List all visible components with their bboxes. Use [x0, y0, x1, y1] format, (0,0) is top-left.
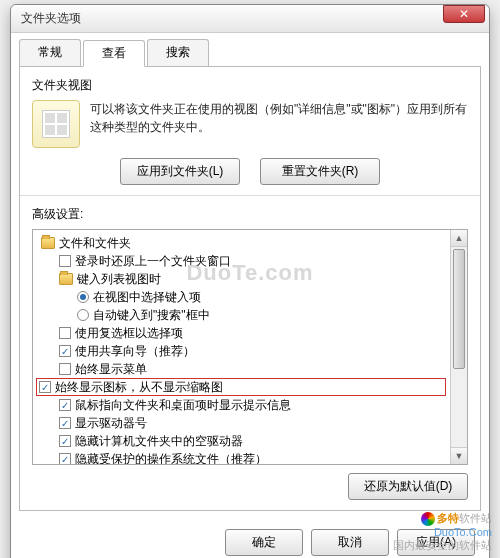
folder-view-label: 文件夹视图: [32, 77, 468, 94]
scroll-down-icon[interactable]: ▼: [451, 447, 467, 464]
tree-radio-select-in-view[interactable]: 在视图中选择键入项: [39, 288, 446, 306]
checkbox[interactable]: ✓: [59, 435, 71, 447]
scroll-track[interactable]: [451, 247, 467, 447]
checkbox[interactable]: [59, 255, 71, 267]
checkbox[interactable]: ✓: [59, 453, 71, 464]
reset-folders-button[interactable]: 重置文件夹(R): [260, 158, 380, 185]
dialog-buttons: 确定 取消 应用(A): [11, 519, 489, 558]
checkbox[interactable]: ✓: [59, 417, 71, 429]
ok-button[interactable]: 确定: [225, 529, 303, 556]
folder-icon: [41, 237, 55, 249]
checkbox[interactable]: ✓: [59, 399, 71, 411]
scroll-up-icon[interactable]: ▲: [451, 230, 467, 247]
tree-item-show-tooltips[interactable]: ✓鼠标指向文件夹和桌面项时显示提示信息: [39, 396, 446, 414]
restore-defaults-button[interactable]: 还原为默认值(D): [348, 473, 468, 500]
close-icon: ✕: [459, 7, 469, 21]
folder-view-description: 可以将该文件夹正在使用的视图（例如"详细信息"或"图标"）应用到所有这种类型的文…: [90, 100, 468, 136]
checkbox[interactable]: [59, 327, 71, 339]
apply-to-folders-button[interactable]: 应用到文件夹(L): [120, 158, 240, 185]
radio[interactable]: [77, 291, 89, 303]
tree-item-always-menus[interactable]: 始终显示菜单: [39, 360, 446, 378]
checkbox[interactable]: ✓: [59, 345, 71, 357]
tree-group-typing: 键入列表视图时: [39, 270, 446, 288]
tree-radio-type-to-search[interactable]: 自动键入到"搜索"框中: [39, 306, 446, 324]
close-button[interactable]: ✕: [443, 5, 485, 23]
tree-item-hide-empty-drives[interactable]: ✓隐藏计算机文件夹中的空驱动器: [39, 432, 446, 450]
apply-button[interactable]: 应用(A): [397, 529, 475, 556]
tree-item-checkboxes[interactable]: 使用复选框以选择项: [39, 324, 446, 342]
tree-item-hide-os-files[interactable]: ✓隐藏受保护的操作系统文件（推荐）: [39, 450, 446, 464]
scroll-thumb[interactable]: [453, 249, 465, 369]
tree-group-files-folders: 文件和文件夹: [39, 234, 446, 252]
tab-strip: 常规 查看 搜索: [11, 33, 489, 66]
window-title: 文件夹选项: [17, 10, 483, 27]
radio[interactable]: [77, 309, 89, 321]
tree-item-sharing-wizard[interactable]: ✓使用共享向导（推荐）: [39, 342, 446, 360]
tree-item-always-icons[interactable]: ✓始终显示图标，从不显示缩略图: [36, 378, 446, 396]
folder-icon: [59, 273, 73, 285]
tree-item-restore-windows[interactable]: 登录时还原上一个文件夹窗口: [39, 252, 446, 270]
advanced-settings-label: 高级设置:: [32, 206, 468, 223]
scrollbar[interactable]: ▲ ▼: [450, 230, 467, 464]
advanced-settings-tree: 文件和文件夹 登录时还原上一个文件夹窗口 键入列表视图时 在视图中选择键入项 自…: [32, 229, 468, 465]
tree-item-show-drive-letters[interactable]: ✓显示驱动器号: [39, 414, 446, 432]
cancel-button[interactable]: 取消: [311, 529, 389, 556]
tab-search[interactable]: 搜索: [147, 39, 209, 66]
folder-view-icon: [32, 100, 80, 148]
tab-view[interactable]: 查看: [83, 40, 145, 67]
divider: [20, 195, 480, 196]
tab-panel-view: 文件夹视图 可以将该文件夹正在使用的视图（例如"详细信息"或"图标"）应用到所有…: [19, 66, 481, 511]
titlebar[interactable]: 文件夹选项 ✕: [11, 5, 489, 33]
checkbox[interactable]: ✓: [39, 381, 51, 393]
tab-general[interactable]: 常规: [19, 39, 81, 66]
checkbox[interactable]: [59, 363, 71, 375]
